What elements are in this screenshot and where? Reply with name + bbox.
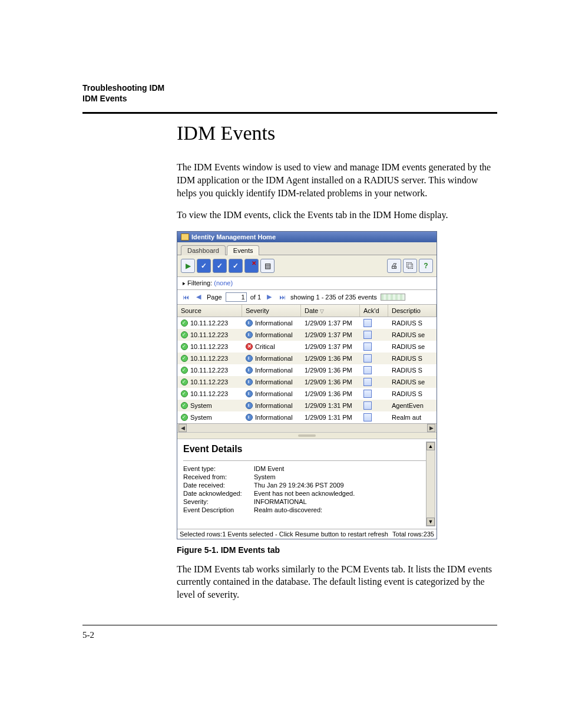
scroll-up-icon[interactable]: ▲	[427, 442, 435, 450]
status-left: Selected rows:1 Events selected - Click …	[180, 531, 388, 538]
cell-description: RADIUS S	[388, 365, 437, 375]
ack-checkbox[interactable]	[363, 401, 372, 410]
details-vertical-scrollbar[interactable]: ▲ ▼	[426, 442, 435, 526]
severity-icon	[246, 343, 253, 350]
scroll-down-icon[interactable]: ▼	[427, 518, 435, 526]
cell-source: 10.11.12.223	[177, 377, 242, 387]
figure-caption: Figure 5-1. IDM Events tab	[177, 545, 497, 555]
page-of-label: of 1	[250, 294, 261, 301]
ack-checkbox[interactable]	[363, 413, 372, 421]
window-titlebar: Identity Management Home	[177, 232, 437, 242]
ack-checkbox[interactable]	[363, 342, 372, 351]
cell-date: 1/29/09 1:36 PM	[301, 365, 360, 375]
expand-filter-icon: ▸	[183, 279, 186, 287]
horizontal-scrollbar[interactable]: ◀ ▶	[177, 423, 437, 432]
cell-severity: Informational	[242, 365, 301, 375]
severity-value: INFORMATIONAL	[254, 498, 431, 505]
severity-icon	[246, 367, 253, 374]
pager-bar: ⏮ ◀ Page of 1 ▶ ⏭ showing 1 - 235 of 235…	[177, 290, 437, 305]
table-row[interactable]: 10.11.12.223Critical1/29/09 1:37 PMRADIU…	[177, 341, 437, 353]
cell-description: Realm aut	[388, 412, 437, 423]
cell-ackd	[360, 411, 388, 423]
tab-dashboard[interactable]: Dashboard	[181, 245, 226, 255]
table-row[interactable]: 10.11.12.223Informational1/29/09 1:37 PM…	[177, 317, 437, 329]
clear-filter-button[interactable]	[244, 259, 259, 273]
status-ok-icon	[181, 378, 188, 386]
col-description[interactable]: Descriptio	[388, 305, 437, 317]
col-date[interactable]: Date	[301, 305, 360, 317]
table-row[interactable]: 10.11.12.223Informational1/29/09 1:36 PM…	[177, 353, 437, 364]
last-page-button[interactable]: ⏭	[277, 292, 287, 302]
filter-value: (none)	[214, 279, 233, 286]
columns-button[interactable]: ▤	[260, 259, 275, 273]
col-severity[interactable]: Severity	[242, 305, 301, 317]
event-details-panel: ▲ ▼ Event Details Event type:IDM Event R…	[177, 439, 437, 529]
cell-description: RADIUS S	[388, 318, 437, 328]
cell-date: 1/29/09 1:36 PM	[301, 353, 360, 364]
cell-severity: Informational	[242, 412, 301, 423]
table-row[interactable]: SystemInformational1/29/09 1:31 PMAgentE…	[177, 400, 437, 411]
resume-button[interactable]: ▶	[181, 259, 195, 273]
filter-bar[interactable]: ▸ Filtering: (none)	[177, 277, 437, 290]
status-bar: Selected rows:1 Events selected - Click …	[177, 529, 437, 539]
cell-description: RADIUS S	[388, 388, 437, 399]
cell-ackd	[360, 353, 388, 364]
folder-icon	[181, 233, 189, 241]
splitter-bar[interactable]	[177, 432, 437, 439]
cell-ackd	[360, 400, 388, 411]
export-button[interactable]: ⿻	[403, 259, 417, 273]
details-heading: Event Details	[183, 444, 431, 454]
ack-checkbox[interactable]	[363, 378, 372, 386]
cell-description: RADIUS se	[388, 341, 437, 352]
ack-checkbox[interactable]	[363, 354, 372, 363]
scroll-left-icon[interactable]: ◀	[178, 424, 187, 432]
cell-ackd	[360, 341, 388, 353]
status-ok-icon	[181, 390, 188, 397]
ack-checkbox[interactable]	[363, 331, 372, 339]
running-header-line1: Troubleshooting IDM	[82, 83, 497, 93]
table-row[interactable]: 10.11.12.223Informational1/29/09 1:36 PM…	[177, 364, 437, 376]
next-page-button[interactable]: ▶	[265, 292, 274, 302]
tab-events[interactable]: Events	[227, 245, 260, 255]
app-window: Identity Management Home Dashboard Event…	[177, 231, 437, 539]
severity-icon	[246, 402, 253, 409]
severity-icon	[246, 414, 253, 421]
col-source[interactable]: Source	[177, 305, 242, 317]
events-grid: Source Severity Date Ack'd Descriptio 10…	[177, 305, 437, 423]
prev-page-button[interactable]: ◀	[194, 292, 203, 302]
table-row[interactable]: 10.11.12.223Informational1/29/09 1:36 PM…	[177, 376, 437, 388]
first-page-button[interactable]: ⏮	[181, 292, 190, 302]
page-input[interactable]	[226, 292, 247, 302]
ack-checkbox[interactable]	[363, 366, 372, 374]
cell-ackd	[360, 317, 388, 329]
cell-date: 1/29/09 1:37 PM	[301, 318, 360, 328]
running-header-line2: IDM Events	[82, 93, 497, 104]
table-row[interactable]: SystemInformational1/29/09 1:31 PMRealm …	[177, 411, 437, 423]
cell-severity: Informational	[242, 318, 301, 328]
footer-rule	[82, 625, 497, 625]
date-received-value: Thu Jan 29 19:24:36 PST 2009	[254, 482, 431, 489]
status-right: Total rows:235	[392, 531, 434, 538]
cell-description: RADIUS se	[388, 377, 437, 387]
table-row[interactable]: 10.11.12.223Informational1/29/09 1:37 PM…	[177, 329, 437, 341]
ack-checkbox[interactable]	[363, 390, 372, 398]
filter-button-2[interactable]	[213, 259, 227, 273]
event-desc-label: Event Description	[183, 506, 254, 513]
col-ackd[interactable]: Ack'd	[360, 305, 388, 317]
help-button[interactable]: ?	[419, 259, 433, 273]
cell-description: AgentEven	[388, 400, 437, 411]
cell-ackd	[360, 388, 388, 400]
ack-checkbox[interactable]	[363, 319, 372, 327]
closing-paragraph: The IDM Events tab works similarly to th…	[177, 563, 497, 601]
status-ok-icon	[181, 367, 188, 374]
cell-source: 10.11.12.223	[177, 341, 242, 352]
print-button[interactable]: 🖨	[387, 259, 401, 273]
severity-icon	[246, 319, 253, 327]
table-row[interactable]: 10.11.12.223Informational1/29/09 1:36 PM…	[177, 388, 437, 400]
cell-source: 10.11.12.223	[177, 353, 242, 364]
scroll-right-icon[interactable]: ▶	[427, 424, 435, 432]
filter-button-3[interactable]	[229, 259, 243, 273]
cell-severity: Informational	[242, 353, 301, 364]
filter-button-1[interactable]	[197, 259, 211, 273]
event-type-label: Event type:	[183, 465, 254, 472]
